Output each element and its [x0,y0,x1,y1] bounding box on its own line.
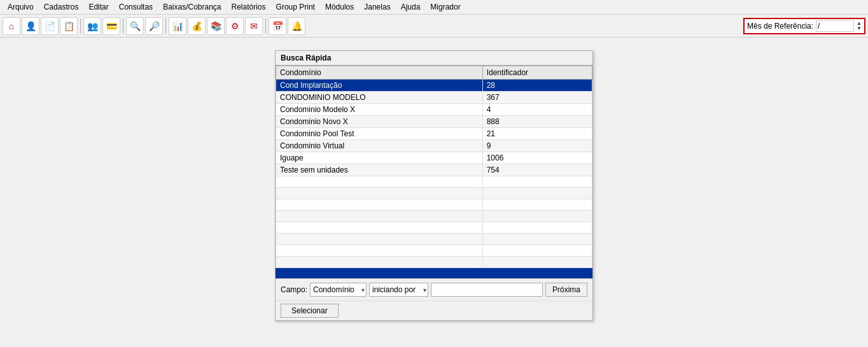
toolbar-btn-group[interactable]: 👥 [83,17,101,35]
menu-janelas[interactable]: Janelas [359,1,395,13]
table-row-empty [276,257,592,268]
table-row-empty [276,211,592,222]
row-id: 1006 [482,152,592,164]
menu-group-print[interactable]: Group Print [271,1,320,13]
menu-relatorios[interactable]: Relatórios [227,1,271,13]
table-row-empty [276,199,592,211]
row-id: 367 [482,92,592,104]
toolbar-btn-person[interactable]: 👤 [22,17,39,35]
row-condominio: Condominio Virtual [276,140,483,152]
table-row-empty [276,176,592,188]
menu-ajuda[interactable]: Ajuda [396,1,426,13]
table-row[interactable]: Condominio Virtual9 [276,140,592,152]
table-row[interactable]: Condominio Pool Test21 [276,128,592,140]
row-condominio: Condominio Novo X [276,116,483,128]
table-row[interactable]: Cond Implantação28 [276,80,592,92]
menu-arquivo[interactable]: Arquivo [3,1,39,13]
menu-bar: Arquivo Cadastros Editar Consultas Baixa… [0,0,868,15]
proxima-button[interactable]: Próxima [545,283,587,297]
menu-migrador[interactable]: Migrador [425,1,465,13]
col-condominio: Condomínio [276,66,483,80]
toolbar: ⌂ 👤 📄 📋 👥 💳 🔍 🔎 📊 💰 📚 ⚙ ✉ 📅 🔔 Mês de Ref… [0,15,868,38]
toolbar-btn-report[interactable]: 📊 [169,17,186,35]
table-row-empty [276,188,592,199]
campo-select[interactable]: Condomínio [310,283,367,297]
campo-select-wrapper: Condomínio [310,283,367,297]
toolbar-btn-doc[interactable]: 📄 [41,17,59,35]
table-row[interactable]: Teste sem unidades754 [276,164,592,176]
toolbar-btn-search[interactable]: 🔍 [126,17,144,35]
row-condominio: CONDOMINIO MODELO [276,92,483,104]
busca-table: Condomínio Identificador Cond Implantaçã… [276,66,592,268]
toolbar-btn-envelope[interactable]: ✉ [245,17,263,35]
toolbar-sep-3 [165,18,166,34]
toolbar-sep-4 [265,18,266,34]
toolbar-btn-money[interactable]: 💰 [188,17,206,35]
row-condominio: Condominio Pool Test [276,128,483,140]
menu-consultas[interactable]: Consultas [114,1,158,13]
table-row-empty [276,245,592,257]
row-id: 9 [482,140,592,152]
toolbar-btn-bell[interactable]: 🔔 [288,17,305,35]
ref-spinner[interactable]: ▲ ▼ [857,21,862,31]
tipo-select-wrapper: iniciando por [369,283,428,297]
toolbar-btn-magnify[interactable]: 🔎 [145,17,163,35]
row-condominio: Teste sem unidades [276,164,483,176]
table-row[interactable]: Condominio Modelo X4 [276,104,592,116]
selecionar-button[interactable]: Selecionar [281,304,339,318]
blue-bar [276,268,592,278]
selecionar-area: Selecionar [276,301,592,320]
toolbar-btn-book[interactable]: 📚 [207,17,225,35]
menu-cadastros[interactable]: Cadastros [39,1,84,13]
search-bar: Campo: Condomínio iniciando por Próxima [276,278,592,301]
toolbar-sep-2 [123,18,123,34]
toolbar-btn-doc2[interactable]: 📋 [60,17,78,35]
row-id: 21 [482,128,592,140]
table-row-empty [276,222,592,234]
toolbar-btn-gear[interactable]: ⚙ [226,17,244,35]
table-row[interactable]: CONDOMINIO MODELO367 [276,92,592,104]
menu-editar[interactable]: Editar [83,1,113,13]
row-id: 28 [482,80,592,92]
row-id: 888 [482,116,592,128]
ref-area: Mês de Referência: ▲ ▼ [743,18,865,34]
tipo-select[interactable]: iniciando por [369,283,428,297]
busca-panel: Busca Rápida Condomínio Identificador Co… [275,50,593,321]
col-id: Identificador [482,66,592,80]
table-row[interactable]: Iguape1006 [276,152,592,164]
menu-baixas[interactable]: Baixas/Cobrança [158,1,226,13]
campo-label: Campo: [281,285,307,294]
row-id: 754 [482,164,592,176]
toolbar-btn-card[interactable]: 💳 [102,17,120,35]
table-row[interactable]: Condominio Novo X888 [276,116,592,128]
row-condominio: Cond Implantação [276,80,483,92]
main-content: Busca Rápida Condomínio Identificador Co… [0,38,868,339]
toolbar-sep-1 [80,18,81,34]
search-text-input[interactable] [431,283,543,297]
table-row-empty [276,234,592,245]
toolbar-btn-calendar[interactable]: 📅 [269,17,286,35]
toolbar-btn-home[interactable]: ⌂ [3,17,20,35]
busca-header: Busca Rápida [276,51,592,66]
menu-modulos[interactable]: Módulos [320,1,359,13]
row-condominio: Iguape [276,152,483,164]
row-id: 4 [482,104,592,116]
ref-input[interactable] [816,20,854,32]
row-condominio: Condominio Modelo X [276,104,483,116]
ref-label: Mês de Referência: [747,22,813,31]
